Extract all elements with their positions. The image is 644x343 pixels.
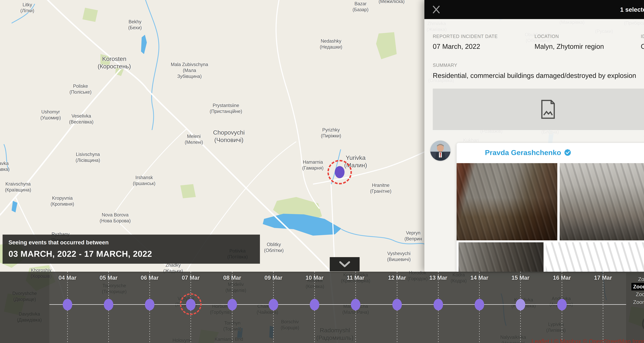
rubble-texture (458, 242, 544, 272)
map-label: Bekhy(Бехи) (128, 19, 142, 31)
map-label: Irshansk(Іршанськ) (133, 174, 155, 186)
range-caption: Seeing events that occurred between (8, 239, 254, 246)
telegram-channel-link[interactable]: Pravda Gerashchenko (485, 148, 571, 157)
timeline-date-label: 15 Mar (512, 274, 529, 281)
timeline-event-dot[interactable] (228, 299, 237, 310)
date-range-overlay: Seeing events that occurred between 03 M… (2, 234, 260, 264)
location-value: Malyn, Zhytomir region (534, 42, 604, 50)
incident-date-value: 07 March, 2022 (433, 42, 480, 50)
timeline-event-dot[interactable] (104, 299, 113, 310)
burning-building-photo[interactable] (546, 242, 644, 272)
map-label: Bazar(Базар) (352, 1, 368, 12)
smoldering-ruins-photo[interactable] (560, 163, 644, 240)
map-label: Chopovychi(Чоповичі) (213, 129, 245, 144)
chevron-down-icon (339, 261, 350, 268)
id-label: ID (641, 34, 644, 39)
timeline-date-label: 08 Mar (223, 274, 241, 281)
map-label: Poliske(Поліське) (70, 83, 92, 95)
map-label: Veselivka(Веселівка) (69, 113, 94, 125)
avatar (430, 140, 450, 161)
timeline-event-dot[interactable] (392, 299, 402, 310)
location-label: LOCATION (534, 34, 559, 39)
mapbox-logo[interactable]: ✦ mapbox (642, 315, 644, 333)
summary-value: Residential, commercial buildings damage… (433, 72, 636, 80)
verified-badge-icon (564, 149, 571, 156)
rubble-texture (560, 163, 644, 240)
timeline-event-dot[interactable] (351, 299, 360, 310)
timeline-zoom-option[interactable]: Zoom to 1 month (634, 290, 644, 298)
selected-events-count: 1 selected events (620, 6, 644, 13)
media-placeholder (433, 88, 644, 130)
timeline-event-dot[interactable] (434, 299, 443, 310)
timeline-event-dot[interactable] (516, 299, 525, 310)
timeline-date-label: 10 Mar (306, 274, 324, 281)
map-label: Kropyvnia(Кропивня) (50, 195, 74, 207)
destroyed-brick-house-photo[interactable] (456, 163, 557, 240)
map-label: (Межиліска) (378, 0, 404, 4)
id-value: CIV0234 (641, 42, 644, 50)
timeline-event-dot[interactable] (186, 299, 196, 310)
timeline-date-label: 07 Mar (182, 274, 200, 281)
timeline-event-dot[interactable] (269, 299, 278, 310)
timeline-event-dot[interactable] (475, 299, 484, 310)
map-label: Meleni(Мелені) (185, 134, 203, 145)
map-label: Korosten(Коростень) (98, 55, 131, 70)
timeline-date-label: 13 Mar (429, 274, 447, 281)
timeline-date-label: 16 Mar (553, 274, 571, 281)
incident-date-label: REPORTED INCIDENT DATE (433, 34, 498, 39)
map-label: Vepryn(Веприн (404, 230, 422, 242)
mapbox-logo-icon: ✦ (642, 315, 644, 333)
map-attribution[interactable]: Leaflet | © Mapbox © OpenStreetMap Impro… (532, 338, 644, 343)
close-icon[interactable] (432, 5, 441, 14)
telegram-channel-name[interactable]: Pravda Gerashchenko (485, 148, 561, 157)
map-label: Kraivschyna(Краївщина) (5, 181, 31, 193)
timeline-axis-line (49, 304, 626, 305)
map-label: Mala Zubivschyna(МалаЗубівщина) (171, 62, 208, 79)
range-dates: 03 MARCH, 2022 - 17 MARCH, 2022 (8, 249, 254, 259)
timeline-zoom-option[interactable]: Zoom to 3 months (632, 298, 644, 306)
timeline-event-dot[interactable] (310, 299, 319, 310)
map-label: Pyrizhky(Пиріжки) (321, 127, 341, 139)
timeline-date-label: 14 Mar (470, 274, 488, 281)
timeline-date-label: 09 Mar (264, 274, 282, 281)
summary-label: SUMMARY (433, 62, 457, 68)
burned-wall-photo[interactable] (458, 242, 544, 272)
panel-header: 1 selected events (424, 0, 644, 19)
timeline-strip[interactable]: 04 Mar05 Mar06 Mar07 Mar08 Mar09 Mar10 M… (0, 272, 644, 343)
event-marker[interactable] (335, 166, 344, 178)
timeline-track (49, 273, 626, 343)
map-label: Lisivschyna(Лісівщина) (76, 152, 100, 163)
timeline-event-dot[interactable] (145, 299, 154, 310)
app-root: Litky(Літки)Bazar(Базар)(Межиліска)Bekhy… (0, 0, 644, 343)
map-label: Hamarnia(Гамарня) (302, 159, 324, 171)
rubble-texture (546, 242, 644, 272)
map-label: Ushomyr(Ушомир) (40, 109, 61, 121)
timeline-gridline (603, 272, 603, 343)
map-label: Nedashky(Недашки) (320, 38, 342, 50)
map-label: Vyshevychi(Вишевичі) (387, 250, 411, 262)
timeline-event-dot[interactable] (63, 299, 72, 310)
map-label: Litky(Літки) (20, 2, 34, 14)
timeline-date-label: 12 Mar (388, 274, 406, 281)
rubble-texture (456, 163, 557, 240)
map-label: Prystantsiine(Пристанційне) (210, 102, 242, 114)
timeline-date-label: 04 Mar (58, 274, 76, 281)
event-detail-panel: 1 selected events REPORTED INCIDENT DATE… (424, 0, 644, 272)
broken-image-icon (540, 100, 556, 119)
timeline-zoom-option[interactable]: Zoom to 1 week (636, 276, 644, 283)
timeline-date-label: 05 Mar (100, 274, 118, 281)
map-label: Hranitne(Гранітне) (370, 182, 392, 194)
timeline-date-label: 11 Mar (347, 274, 364, 281)
map-label: shavka(шавка) (0, 160, 10, 172)
timeline-date-label: 06 Mar (141, 274, 158, 281)
map-label: Oblitky(Облітки) (264, 242, 284, 254)
map-label: Nova Borova(Нова Борова) (100, 212, 130, 224)
timeline-event-dot[interactable] (557, 299, 567, 310)
timeline-collapse-button[interactable] (330, 257, 360, 272)
timeline-date-label: 17 Mar (594, 274, 612, 281)
timeline-zoom-option[interactable]: Zoom to 2 weeks (632, 283, 644, 290)
